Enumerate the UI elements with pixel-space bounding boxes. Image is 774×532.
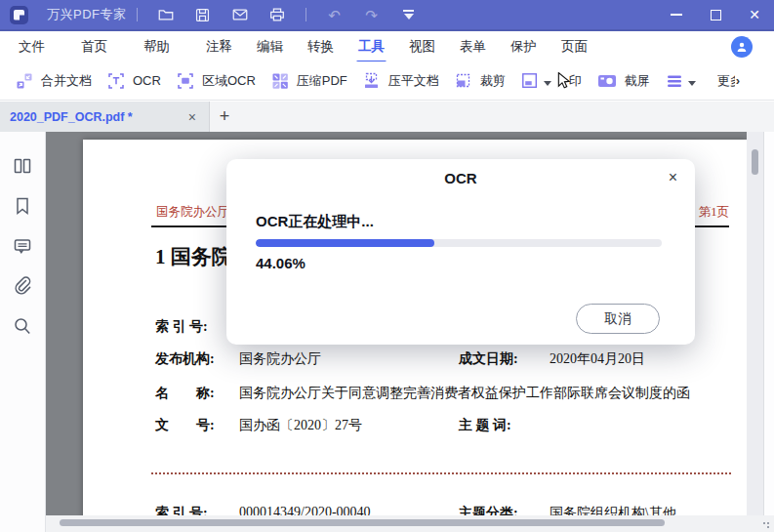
field-docno: 文 号:: [155, 417, 215, 434]
divider: [137, 8, 138, 21]
close-button[interactable]: ✕: [735, 0, 774, 30]
ocr-status-text: OCR正在处理中...: [256, 213, 374, 231]
tabbar: 2020_PDF_OCR.pdf * × +: [0, 102, 774, 132]
bookmark-icon[interactable]: [11, 194, 34, 218]
area-ocr-label: 区域OCR: [202, 72, 256, 90]
tab-close-icon[interactable]: ×: [185, 109, 199, 125]
menu-home[interactable]: 首页: [79, 32, 109, 61]
undo-icon[interactable]: ↶: [320, 2, 349, 27]
redo-icon[interactable]: ↷: [357, 2, 387, 27]
maximize-button[interactable]: [696, 0, 735, 30]
ocr-label: OCR: [133, 73, 161, 88]
page-header-right: 第1页: [699, 204, 729, 221]
menu-page[interactable]: 页面: [559, 32, 590, 61]
crop-button[interactable]: 裁剪: [454, 71, 506, 91]
ocr-progress-fill: [256, 239, 434, 247]
field-title-value: 国务院办公厅关于同意调整完善消费者权益保护工作部际联席会议制度的函: [239, 385, 737, 402]
titlebar: 万兴PDF专家 ↶ ↷ ✕: [0, 0, 774, 31]
ocr-progress-percent: 44.06%: [256, 255, 306, 271]
print-icon[interactable]: [263, 2, 292, 27]
vertical-scrollbar-thumb[interactable]: [752, 149, 758, 175]
merge-label: 合并文档: [41, 72, 92, 90]
field-date-value: 2020年04月20日: [550, 350, 645, 368]
chevron-down-icon[interactable]: [688, 81, 696, 86]
dialog-close-icon[interactable]: ×: [665, 167, 681, 188]
watermark-button[interactable]: 印: [520, 71, 582, 91]
area-ocr-button[interactable]: 区域OCR: [176, 71, 256, 91]
menu-file[interactable]: 文件: [17, 32, 47, 61]
tools-toolbar: 合并文档 OCR 区域OCR 压缩PDF 压平文档 裁剪 印: [0, 61, 774, 101]
field-date: 成文日期:: [459, 350, 518, 368]
field-issuer-value: 国务院办公厅: [239, 350, 321, 368]
email-icon[interactable]: [225, 2, 255, 27]
user-avatar[interactable]: [731, 36, 753, 58]
chevron-down-icon[interactable]: [544, 81, 551, 86]
menu-form[interactable]: 表单: [458, 32, 488, 61]
open-file-icon[interactable]: [151, 2, 181, 27]
app-window: 万兴PDF专家 ↶ ↷ ✕ 文件 首页 帮助 注释 编辑 转换: [0, 0, 774, 532]
merge-documents-button[interactable]: 合并文档: [15, 71, 92, 91]
menu-help[interactable]: 帮助: [142, 32, 172, 61]
menu-comment[interactable]: 注释: [204, 32, 234, 61]
divider: [306, 8, 306, 21]
flatten-label: 压平文档: [388, 72, 439, 90]
document-heading: 1 国务院: [155, 243, 232, 270]
field-docno-value: 国办函〔2020〕27号: [239, 417, 362, 434]
minimize-button[interactable]: [657, 0, 696, 30]
save-icon[interactable]: [188, 2, 218, 27]
attachment-icon[interactable]: [11, 274, 34, 298]
field-title: 名 称:: [155, 385, 215, 402]
more-label: 更多: [717, 72, 735, 90]
more-tools-button[interactable]: 更多 ›: [711, 72, 742, 90]
resize-grip[interactable]: [762, 521, 770, 529]
collapse-toolbar-icon[interactable]: [394, 2, 424, 27]
menu-tools[interactable]: 工具: [356, 32, 387, 61]
thumbnails-icon[interactable]: [11, 154, 34, 178]
chevron-right-icon[interactable]: ›: [736, 73, 740, 88]
menu-edit[interactable]: 编辑: [255, 32, 285, 61]
horizontal-scrollbar-thumb[interactable]: [60, 519, 665, 526]
search-icon[interactable]: [11, 314, 34, 338]
window-controls: ✕: [657, 0, 774, 30]
dialog-title: OCR: [226, 170, 695, 186]
flatten-document-button[interactable]: 压平文档: [362, 71, 439, 91]
tab-title: 2020_PDF_OCR.pdf *: [10, 110, 185, 124]
menu-view[interactable]: 视图: [407, 32, 437, 61]
right-panel-strip: [763, 132, 774, 518]
vertical-scrollbar[interactable]: [747, 132, 763, 518]
cancel-button[interactable]: 取消: [576, 304, 660, 334]
ocr-button[interactable]: OCR: [106, 71, 161, 91]
field-keywords: 主 题 词:: [459, 417, 511, 434]
menu-protect[interactable]: 保护: [509, 32, 539, 61]
field-index-label: 索 引 号:: [155, 318, 208, 336]
dotted-separator: [151, 472, 731, 474]
app-logo-icon: [10, 6, 28, 24]
menu-convert[interactable]: 转换: [306, 32, 336, 61]
mouse-cursor-icon: [557, 72, 571, 89]
compress-pdf-button[interactable]: 压缩PDF: [270, 71, 347, 91]
toolbar-menu-button[interactable]: [665, 71, 696, 91]
ocr-progress-bar: [256, 239, 662, 247]
document-tab[interactable]: 2020_PDF_OCR.pdf * ×: [0, 102, 210, 132]
screenshot-button[interactable]: 截屏: [596, 71, 650, 91]
app-title: 万兴PDF专家: [47, 6, 127, 23]
left-sidebar: [0, 132, 46, 532]
screenshot-label: 截屏: [625, 72, 650, 90]
menubar: 文件 首页 帮助 注释 编辑 转换 工具 视图 表单 保护 页面: [0, 31, 774, 61]
new-tab-button[interactable]: +: [210, 102, 239, 132]
compress-pdf-label: 压缩PDF: [297, 72, 347, 90]
horizontal-scrollbar[interactable]: [46, 515, 774, 532]
comment-icon[interactable]: [11, 234, 34, 258]
field-issuer: 发布机构:: [155, 350, 215, 368]
ocr-dialog: OCR × OCR正在处理中... 44.06% 取消: [226, 159, 695, 345]
crop-label: 裁剪: [480, 72, 506, 90]
